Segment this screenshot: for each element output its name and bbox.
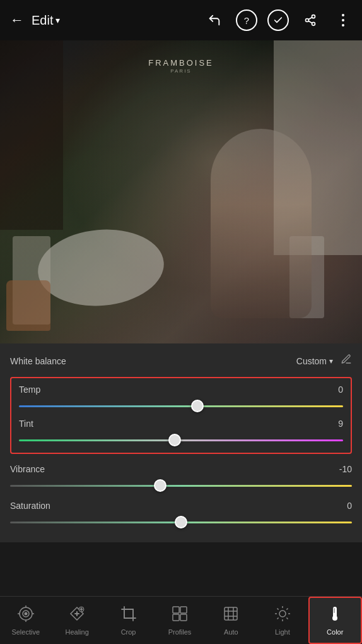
sign-text: FRAMBOISE	[148, 58, 214, 68]
nav-item-profiles[interactable]: Profiles	[154, 597, 205, 644]
temp-value: 0	[338, 385, 343, 395]
done-button[interactable]	[267, 9, 289, 31]
vibrance-slider-track-container[interactable]	[10, 479, 352, 492]
svg-line-31	[277, 608, 278, 609]
tint-slider-row: Tint 9	[19, 419, 343, 446]
photo-overlay	[0, 40, 362, 343]
saturation-slider-track-container[interactable]	[10, 516, 352, 528]
saturation-value: 0	[347, 501, 352, 511]
saturation-slider-header: Saturation 0	[10, 501, 352, 511]
nav-item-auto[interactable]: Auto	[206, 597, 257, 644]
svg-point-37	[332, 616, 337, 621]
auto-icon	[223, 605, 239, 626]
vibrance-thumb[interactable]	[154, 479, 166, 492]
svg-rect-21	[225, 607, 237, 620]
svg-point-26	[279, 611, 286, 617]
tint-slider-header: Tint 9	[19, 419, 343, 429]
svg-point-6	[342, 19, 344, 21]
white-balance-right: Custom ▾	[296, 354, 352, 368]
vibrance-value: -10	[339, 464, 352, 474]
saturation-label: Saturation	[10, 501, 50, 511]
top-bar: ← Edit ▾ ?	[0, 0, 362, 40]
wb-chevron: ▾	[329, 357, 333, 366]
image-area: FRAMBOISE PARIS	[0, 40, 362, 343]
healing-icon	[69, 605, 85, 626]
svg-rect-38	[334, 608, 335, 613]
edit-title[interactable]: Edit ▾	[32, 13, 60, 28]
nav-item-crop[interactable]: Crop	[103, 597, 154, 644]
controls-area: White balance Custom ▾ Temp 0	[0, 343, 362, 542]
temp-label: Temp	[19, 385, 40, 395]
svg-line-4	[308, 17, 312, 19]
temp-thumb[interactable]	[191, 400, 204, 412]
temp-slider-track-container[interactable]	[19, 400, 343, 412]
sign-sub: PARIS	[170, 68, 191, 74]
back-button[interactable]: ←	[8, 9, 26, 31]
help-button[interactable]: ?	[236, 9, 257, 31]
share-button[interactable]	[299, 9, 322, 32]
edit-title-text: Edit	[32, 13, 53, 28]
saturation-slider-row: Saturation 0	[10, 501, 352, 528]
light-icon	[274, 605, 291, 626]
svg-rect-19	[173, 614, 179, 621]
more-button[interactable]	[332, 9, 354, 32]
color-label: Color	[327, 628, 343, 636]
crop-label: Crop	[121, 628, 136, 636]
svg-line-34	[286, 608, 288, 609]
profiles-label: Profiles	[168, 628, 192, 636]
white-balance-label: White balance	[10, 356, 66, 366]
undo-button[interactable]	[203, 9, 226, 32]
svg-line-32	[286, 617, 288, 619]
top-bar-left: ← Edit ▾	[8, 9, 198, 31]
selective-icon	[18, 605, 34, 626]
tint-value: 9	[338, 419, 343, 429]
nav-item-healing[interactable]: Healing	[51, 597, 102, 644]
vibrance-label: Vibrance	[10, 464, 45, 474]
svg-rect-17	[173, 607, 179, 613]
white-balance-preset[interactable]: Custom ▾	[296, 356, 333, 366]
svg-point-14	[24, 612, 27, 615]
saturation-thumb[interactable]	[175, 516, 187, 528]
selective-label: Selective	[11, 628, 40, 636]
photo: FRAMBOISE PARIS	[0, 40, 362, 343]
light-label: Light	[275, 628, 290, 636]
eyedropper-icon[interactable]	[341, 354, 352, 368]
nav-item-light[interactable]: Light	[257, 597, 308, 644]
white-balance-row: White balance Custom ▾	[10, 354, 352, 368]
tint-thumb[interactable]	[168, 434, 181, 446]
auto-label: Auto	[224, 628, 238, 636]
bottom-nav: Selective Healing Crop	[0, 596, 362, 644]
svg-rect-16	[124, 609, 133, 618]
tint-track	[19, 439, 343, 441]
svg-rect-18	[180, 607, 187, 613]
svg-point-7	[342, 24, 344, 27]
temp-slider-header: Temp 0	[19, 385, 343, 395]
svg-line-3	[308, 21, 312, 23]
healing-label: Healing	[65, 628, 88, 636]
crop-icon	[120, 605, 137, 626]
temp-slider-row: Temp 0	[19, 385, 343, 412]
help-icon: ?	[244, 15, 249, 26]
color-icon	[327, 605, 343, 626]
svg-line-33	[277, 617, 278, 619]
svg-rect-20	[180, 614, 187, 621]
top-bar-right: ?	[203, 9, 354, 32]
nav-item-selective[interactable]: Selective	[0, 597, 51, 644]
profiles-icon	[172, 605, 188, 626]
nav-item-color[interactable]: Color	[308, 597, 362, 644]
svg-point-5	[342, 14, 344, 16]
tint-label: Tint	[19, 419, 33, 429]
temp-track	[19, 405, 343, 407]
vibrance-slider-row: Vibrance -10	[10, 464, 352, 492]
vibrance-track	[10, 485, 352, 487]
edit-title-chevron: ▾	[55, 15, 60, 25]
tint-slider-track-container[interactable]	[19, 434, 343, 446]
highlighted-sliders: Temp 0 Tint 9	[10, 377, 352, 454]
vibrance-slider-header: Vibrance -10	[10, 464, 352, 474]
